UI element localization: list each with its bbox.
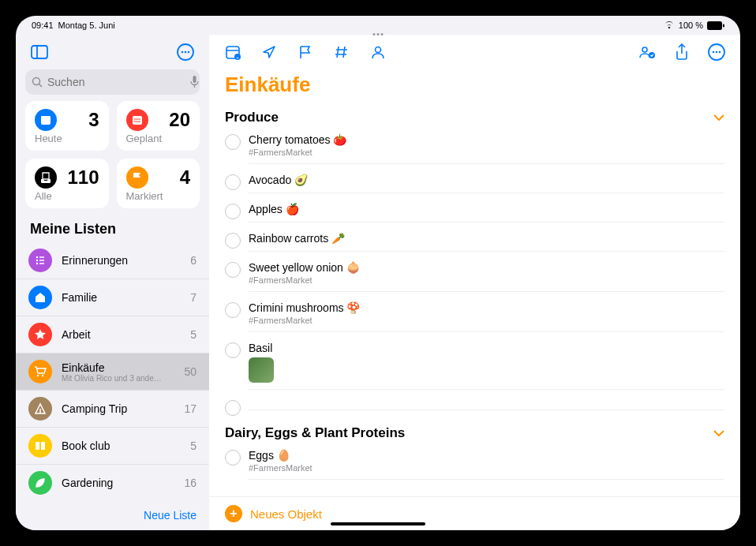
- reminder-row[interactable]: Rainbow carrots 🥕: [215, 227, 740, 256]
- svg-rect-2: [32, 46, 47, 58]
- checkbox[interactable]: [225, 233, 241, 249]
- smart-label: Heute: [35, 133, 99, 144]
- svg-line-9: [39, 84, 43, 88]
- list-count: 17: [184, 402, 196, 415]
- search-field[interactable]: [47, 76, 185, 88]
- checkbox[interactable]: [225, 450, 241, 466]
- section-title: Produce: [225, 110, 279, 125]
- sidebar-toggle-icon[interactable]: [28, 41, 51, 63]
- calendar-lines-icon: [126, 109, 148, 131]
- toolbar-flag-icon[interactable]: [294, 41, 316, 63]
- list-subtitle: Mit Olivia Rico und 3 ande…: [62, 374, 174, 383]
- add-reminder-icon[interactable]: +: [225, 505, 242, 522]
- reminder-row[interactable]: Basil: [215, 337, 740, 395]
- checkbox[interactable]: [225, 204, 241, 219]
- house-icon: [28, 286, 52, 309]
- reminders-content: Produce Cherry tomatoes 🍅 #FarmersMarket…: [209, 105, 740, 496]
- reminder-tag: #FarmersMarket: [249, 316, 724, 325]
- smart-card-alle[interactable]: 110 Alle: [25, 159, 109, 208]
- new-reminder-button[interactable]: Neues Objekt: [250, 507, 322, 521]
- flag-icon: [126, 166, 148, 189]
- sidebar-list-item[interactable]: Erinnerungen 6: [16, 242, 209, 279]
- sidebar-list-item[interactable]: Einkäufe Mit Olivia Rico und 3 ande… 50: [16, 353, 209, 391]
- reminder-thumbnail[interactable]: [249, 357, 274, 383]
- reminder-row[interactable]: Cherry tomatoes 🍅 #FarmersMarket: [215, 129, 740, 169]
- search-input[interactable]: [25, 69, 200, 95]
- svg-point-17: [36, 256, 38, 258]
- reminder-row[interactable]: Crimini mushrooms 🍄 #FarmersMarket: [215, 297, 740, 337]
- svg-rect-0: [707, 21, 722, 30]
- list-name: Familie: [62, 291, 181, 304]
- book-icon: [28, 434, 52, 458]
- svg-point-7: [188, 51, 190, 54]
- reminder-title: Cherry tomatoes 🍅: [249, 133, 724, 146]
- sidebar: 3 Heute 20 Geplant 110 Alle 4 Markiert M…: [16, 35, 209, 530]
- chevron-down-icon[interactable]: [713, 430, 724, 436]
- svg-point-29: [376, 47, 381, 53]
- reminder-row[interactable]: Avocado 🥑: [215, 169, 740, 198]
- checkbox[interactable]: [225, 174, 241, 190]
- svg-point-35: [719, 51, 721, 54]
- toolbar-person-icon[interactable]: [367, 41, 389, 63]
- svg-rect-1: [723, 24, 724, 27]
- reminder-row[interactable]: Sweet yellow onion 🧅 #FarmersMarket: [215, 256, 740, 297]
- reminder-title: Crimini mushrooms 🍄: [249, 301, 724, 314]
- home-indicator[interactable]: [331, 522, 425, 525]
- reminder-row[interactable]: Eggs 🥚 #FarmersMarket: [215, 444, 740, 484]
- svg-text:+: +: [236, 55, 239, 60]
- toolbar-share-icon[interactable]: [671, 41, 693, 63]
- toolbar-location-icon[interactable]: [258, 41, 280, 63]
- mic-icon[interactable]: [190, 76, 199, 88]
- smart-lists-grid: 3 Heute 20 Geplant 110 Alle 4 Markiert: [16, 101, 209, 218]
- sidebar-list-item[interactable]: Arbeit 5: [16, 316, 209, 353]
- checkbox[interactable]: [225, 302, 241, 318]
- status-bar: 09:41 Montag 5. Juni 100 %: [16, 16, 740, 35]
- toolbar-calendar-icon[interactable]: +: [222, 41, 244, 63]
- list-count: 5: [190, 439, 196, 452]
- list-icon: [28, 249, 52, 272]
- wifi-icon: [664, 21, 675, 29]
- checkbox[interactable]: [225, 400, 241, 416]
- sidebar-list-item[interactable]: Familie 7: [16, 279, 209, 316]
- status-date: Montag 5. Juni: [58, 21, 115, 30]
- list-name: Camping Trip: [62, 402, 174, 415]
- star-icon: [28, 323, 52, 346]
- smart-card-heute[interactable]: 3 Heute: [25, 101, 109, 151]
- sidebar-list-item[interactable]: Camping Trip 17: [16, 391, 209, 428]
- sidebar-list-item[interactable]: Gardening 16: [16, 465, 209, 500]
- svg-rect-10: [193, 76, 196, 83]
- reminder-row[interactable]: Apples 🍎: [215, 198, 740, 227]
- list-name: Book club: [62, 439, 181, 452]
- more-options-icon[interactable]: [174, 41, 196, 63]
- toolbar-collaborate-icon[interactable]: [636, 41, 658, 63]
- multitask-dots-icon[interactable]: [373, 33, 384, 36]
- sidebar-list-item[interactable]: Book club 5: [16, 428, 209, 465]
- svg-point-24: [42, 375, 44, 377]
- battery-icon: [707, 21, 724, 30]
- list-title: Einkäufe: [209, 69, 740, 105]
- smart-label: Markiert: [126, 190, 191, 202]
- smart-card-geplant[interactable]: 20 Geplant: [117, 101, 200, 151]
- toolbar-more-icon[interactable]: [705, 41, 728, 63]
- toolbar-hashtag-icon[interactable]: [331, 41, 353, 63]
- list-name: Arbeit: [62, 328, 181, 341]
- reminder-title: Rainbow carrots 🥕: [249, 232, 724, 245]
- svg-point-30: [642, 47, 647, 52]
- chevron-down-icon[interactable]: [713, 114, 724, 121]
- list-count: 50: [184, 365, 196, 378]
- reminder-row-empty[interactable]: [215, 395, 740, 421]
- smart-count: 4: [180, 166, 190, 189]
- svg-point-33: [713, 51, 715, 54]
- checkbox[interactable]: [225, 262, 241, 278]
- reminder-title: Apples 🍎: [249, 203, 724, 215]
- new-list-button[interactable]: Neue Liste: [144, 509, 196, 522]
- checkbox[interactable]: [225, 134, 241, 150]
- lists-container: Erinnerungen 6 Familie 7 Arbeit 5 Einkäu…: [16, 242, 209, 500]
- smart-count: 110: [67, 166, 99, 189]
- main-panel: + Einkäufe Produce: [209, 35, 740, 530]
- smart-card-markiert[interactable]: 4 Markiert: [117, 159, 200, 208]
- list-count: 16: [184, 477, 196, 489]
- svg-point-5: [182, 51, 184, 54]
- svg-point-18: [36, 260, 38, 261]
- checkbox[interactable]: [225, 342, 241, 358]
